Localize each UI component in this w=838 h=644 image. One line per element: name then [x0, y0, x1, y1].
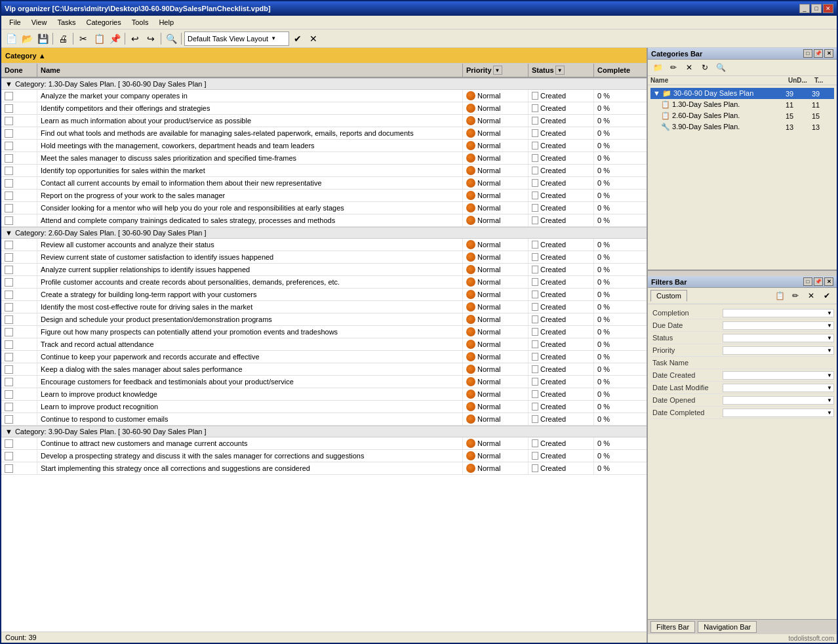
task-checkbox[interactable] [5, 415, 13, 424]
copy-button[interactable]: 📋 [92, 31, 106, 46]
tree-item[interactable]: 🔧 3.90-Day Sales Plan. 13 13 [650, 121, 834, 132]
task-checkbox[interactable] [5, 303, 13, 312]
filters-new-btn[interactable]: 📋 [772, 289, 787, 302]
status-filter-btn[interactable]: ▼ [555, 66, 565, 75]
filter-dropdown[interactable]: ▼ [723, 346, 834, 355]
th-complete[interactable]: Complete [594, 64, 647, 77]
filter-dropdown[interactable]: ▼ [723, 321, 834, 330]
paste-button[interactable]: 📌 [108, 31, 122, 46]
task-checkbox[interactable] [5, 266, 13, 274]
task-checkbox[interactable] [5, 315, 13, 324]
categories-close-btn[interactable]: ✕ [824, 49, 833, 58]
task-checkbox[interactable] [5, 154, 13, 163]
menu-file[interactable]: File [4, 17, 26, 28]
filter-dropdown[interactable]: ▼ [723, 396, 834, 405]
category-toggle[interactable]: ▼ [5, 229, 12, 237]
filter-button[interactable]: 🔍 [164, 31, 178, 46]
task-status: Created [540, 353, 566, 361]
filter-dropdown[interactable]: ▼ [723, 309, 834, 317]
tree-item[interactable]: ▼ 📁 30-60-90 Day Sales Plan 39 39 [650, 88, 834, 99]
filter-dropdown[interactable]: ▼ [723, 334, 834, 342]
task-checkbox[interactable] [5, 353, 13, 361]
edit-category-btn[interactable]: ✏ [666, 61, 681, 74]
task-checkbox[interactable] [5, 439, 13, 448]
tree-item[interactable]: 📋 1.30-Day Sales Plan. 11 11 [650, 99, 834, 110]
filter-categories-btn[interactable]: 🔍 [713, 61, 728, 74]
categories-tree[interactable]: ▼ 📁 30-60-90 Day Sales Plan 39 39 📋 1.30… [648, 85, 837, 270]
task-checkbox[interactable] [5, 365, 13, 374]
task-checkbox[interactable] [5, 464, 13, 473]
filter-dropdown[interactable]: ▼ [723, 371, 834, 380]
task-checkbox[interactable] [5, 452, 13, 460]
task-checkbox[interactable] [5, 241, 13, 249]
categories-pin-btn[interactable]: 📌 [814, 49, 823, 58]
task-status-cell: Created [529, 202, 594, 214]
filters-custom-tab[interactable]: Custom [650, 290, 687, 302]
filter-dropdown[interactable]: ▼ [723, 384, 834, 392]
filter-text-input[interactable] [723, 359, 834, 367]
menu-tools[interactable]: Tools [127, 17, 154, 28]
filters-bar-tab[interactable]: Filters Bar [650, 621, 695, 633]
task-checkbox[interactable] [5, 216, 13, 225]
filters-edit-btn[interactable]: ✏ [788, 289, 803, 302]
new-button[interactable]: 📄 [4, 31, 18, 46]
filters-title-bar: Filters Bar □ 📌 ✕ [648, 276, 837, 288]
task-checkbox[interactable] [5, 278, 13, 287]
task-checkbox[interactable] [5, 291, 13, 299]
layout-apply-button[interactable]: ✔ [290, 31, 305, 46]
print-button[interactable]: 🖨 [56, 31, 70, 46]
menu-categories[interactable]: Categories [81, 17, 127, 28]
task-checkbox[interactable] [5, 92, 13, 100]
add-category-btn[interactable]: 📁 [650, 61, 665, 74]
priority-filter-btn[interactable]: ▼ [493, 66, 502, 75]
task-checkbox[interactable] [5, 204, 13, 212]
th-status[interactable]: Status ▼ [529, 64, 594, 77]
undo-button[interactable]: ↩ [128, 31, 142, 46]
filter-dropdown[interactable]: ▼ [723, 409, 834, 417]
category-toggle[interactable]: ▼ [5, 80, 12, 88]
redo-button[interactable]: ↪ [144, 31, 158, 46]
save-button[interactable]: 💾 [35, 31, 50, 46]
task-checkbox[interactable] [5, 104, 13, 113]
task-checkbox[interactable] [5, 129, 13, 138]
filters-restore-btn[interactable]: □ [803, 277, 812, 286]
minimize-button[interactable]: _ [799, 4, 810, 13]
task-checkbox[interactable] [5, 403, 13, 411]
task-checkbox[interactable] [5, 378, 13, 386]
tree-item[interactable]: 📋 2.60-Day Sales Plan. 15 15 [650, 110, 834, 121]
task-list[interactable]: ▼Category: 1.30-Day Sales Plan. [ 30-60-… [1, 78, 647, 632]
navigation-bar-tab[interactable]: Navigation Bar [698, 621, 757, 633]
filters-delete-btn[interactable]: ✕ [804, 289, 818, 302]
menu-help[interactable]: Help [153, 17, 179, 28]
th-priority[interactable]: Priority ▼ [463, 64, 529, 77]
task-checkbox[interactable] [5, 390, 13, 399]
task-checkbox[interactable] [5, 142, 13, 150]
task-checkbox[interactable] [5, 253, 13, 262]
categories-restore-btn[interactable]: □ [803, 49, 812, 58]
title-bar-buttons: _ □ ✕ [799, 4, 833, 13]
open-button[interactable]: 📂 [20, 31, 34, 46]
refresh-categories-btn[interactable]: ↻ [698, 61, 712, 74]
th-name[interactable]: Name [37, 64, 463, 77]
menu-tasks[interactable]: Tasks [52, 17, 81, 28]
task-checkbox[interactable] [5, 167, 13, 175]
category-toggle[interactable]: ▼ [5, 428, 12, 435]
task-priority-cell: Normal [463, 301, 529, 313]
th-done[interactable]: Done [1, 64, 37, 77]
maximize-button[interactable]: □ [811, 4, 822, 13]
task-checkbox[interactable] [5, 117, 13, 125]
task-checkbox[interactable] [5, 179, 13, 188]
task-checkbox[interactable] [5, 191, 13, 200]
layout-clear-button[interactable]: ✕ [306, 31, 321, 46]
task-checkbox[interactable] [5, 328, 13, 336]
task-status-cell: Created [529, 376, 594, 388]
close-button[interactable]: ✕ [823, 4, 833, 13]
filters-apply-btn[interactable]: ✔ [820, 289, 834, 302]
delete-category-btn[interactable]: ✕ [682, 61, 696, 74]
layout-dropdown[interactable]: Default Task View Layout ▼ [184, 31, 289, 46]
menu-view[interactable]: View [26, 17, 52, 28]
task-checkbox[interactable] [5, 340, 13, 349]
filters-close-btn[interactable]: ✕ [824, 277, 833, 286]
filters-pin-btn[interactable]: 📌 [814, 277, 823, 286]
cut-button[interactable]: ✂ [76, 31, 90, 46]
